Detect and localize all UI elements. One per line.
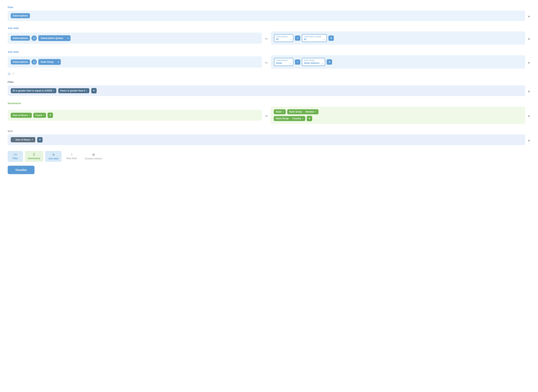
- summarize-group3-label: Node Geoip → Country: [276, 117, 301, 120]
- subscriptions-chip[interactable]: Subscriptions: [11, 13, 30, 18]
- join1-section-label: Join data: [8, 27, 530, 29]
- summarize-metric1-label: Sum of Hours: [13, 114, 28, 117]
- data-row-block: Subscriptions: [8, 10, 525, 21]
- summarize-metric2-label: Count: [35, 114, 42, 117]
- sort-chip-label: Sum of Hours: [15, 139, 31, 141]
- filter-chip2[interactable]: Hours is greater than 0 ×: [58, 88, 89, 93]
- join2-right-field-value: Node Address: [304, 62, 320, 65]
- toggle-small-icon[interactable]: ⊙: [8, 72, 10, 76]
- summarize-group3-chip[interactable]: Node Geoip → Country ×: [274, 116, 305, 121]
- join1-dropdown-btn[interactable]: ▾: [65, 35, 70, 41]
- join1-run-button[interactable]: ▶: [528, 37, 530, 40]
- join1-right-table-label: Subscription Quotas: [38, 35, 65, 41]
- join2-left-field-close[interactable]: ×: [290, 62, 291, 65]
- join1-toggle-icon[interactable]: ⊙: [32, 36, 37, 41]
- join1-equals: =: [295, 36, 300, 41]
- summarize-group2-chip[interactable]: Node Geoip → Moniker ×: [287, 109, 319, 114]
- filter-add-btn[interactable]: +: [91, 88, 97, 93]
- summarize-right-block: Node × Node Geoip → Moniker × Node Geoip…: [271, 107, 525, 124]
- summarize-metric2-chip[interactable]: Count ×: [33, 113, 46, 118]
- sort-row-block: ↓ Sum of Hours × +: [8, 135, 525, 145]
- summarize-group3-close[interactable]: ×: [302, 117, 303, 120]
- bottom-toolbar: ≡≡ Filter Σ Summarize ⊙ Join data ≡ Row …: [8, 151, 530, 162]
- join1-left-field-close[interactable]: ×: [290, 38, 291, 41]
- summarize-group1-close[interactable]: ×: [283, 111, 283, 113]
- summarize-group2-close[interactable]: ×: [315, 111, 316, 113]
- join1-right-field-chip[interactable]: Subscription Quotas ID ×: [302, 34, 327, 42]
- filter-chip1-close[interactable]: ×: [53, 89, 54, 92]
- summarize-section-label: Summarize: [8, 102, 530, 105]
- toolbar-joindata-btn[interactable]: ⊙ Join data: [45, 151, 61, 162]
- summarize-run-button[interactable]: ▶: [528, 114, 530, 117]
- visualize-button[interactable]: Visualize: [8, 166, 34, 174]
- join2-left-field-value: Node: [276, 62, 282, 65]
- customcolumn-toolbar-icon: ⊞: [92, 153, 95, 157]
- summarize-left-block: Sum of Hours × Count × +: [8, 110, 262, 121]
- filter-row-block: ID is greater than or equal to 210325 × …: [8, 85, 525, 96]
- join2-right-table-chip[interactable]: Node Geoip ▾: [38, 59, 61, 65]
- toolbar-summarize-label: Summarize: [28, 157, 40, 160]
- join2-run-button[interactable]: ▶: [528, 61, 530, 64]
- settings-icon[interactable]: ⠿: [12, 72, 14, 76]
- toolbar-customcolumn-btn[interactable]: ⊞ Custom column: [82, 151, 105, 162]
- filter-chip2-label: Hours is greater than 0: [60, 89, 85, 92]
- join2-right-field-table: Node Geoip: [304, 59, 320, 61]
- data-run-button[interactable]: ▶: [528, 15, 530, 18]
- summarize-add-metric-btn[interactable]: +: [47, 112, 53, 118]
- join1-right-field-close[interactable]: ×: [324, 38, 325, 41]
- sort-chip-close[interactable]: ×: [32, 139, 33, 141]
- sort-section-label: Sort: [8, 130, 530, 132]
- join1-right-table-chip[interactable]: Subscription Quotas ▾: [38, 35, 70, 41]
- join2-right-table-label: Node Geoip: [38, 59, 56, 65]
- summarize-metric2-close[interactable]: ×: [43, 114, 44, 117]
- toolbar-summarize-btn[interactable]: Σ Summarize: [25, 151, 43, 162]
- toolbar-filter-btn[interactable]: ≡≡ Filter: [8, 151, 23, 162]
- toolbar-joindata-label: Join data: [48, 157, 59, 160]
- join2-left-field-chip[interactable]: Subscriptions Node ×: [274, 58, 293, 66]
- toolbar-customcolumn-label: Custom column: [85, 157, 102, 160]
- join2-add-condition-btn[interactable]: +: [327, 59, 332, 65]
- join2-left-block: Subscriptions ⊙ Node Geoip ▾: [8, 56, 262, 67]
- join2-section-label: Join data: [8, 51, 530, 53]
- join2-dropdown-btn[interactable]: ▾: [56, 59, 61, 65]
- summarize-group2-label: Node Geoip → Moniker: [289, 111, 315, 113]
- join1-on-label: on: [265, 37, 268, 40]
- summarize-by-label: by: [265, 114, 268, 117]
- summarize-group1-chip[interactable]: Node ×: [274, 109, 286, 114]
- join1-left-block: Subscriptions ⊙ Subscription Quotas ▾: [8, 33, 262, 44]
- sort-run-button[interactable]: ▶: [528, 139, 530, 142]
- join1-right-block: Subscriptions ID × = Subscription Quotas…: [271, 32, 525, 45]
- rowlimit-toolbar-icon: ≡: [71, 153, 73, 156]
- summarize-toolbar-icon: Σ: [33, 153, 35, 156]
- toolbar-rowlimit-label: Row limit: [66, 157, 77, 160]
- filter-chip2-close[interactable]: ×: [86, 89, 87, 92]
- toolbar-rowlimit-btn[interactable]: ≡ Row limit: [64, 151, 80, 162]
- summarize-metric1-chip[interactable]: Sum of Hours ×: [11, 113, 32, 118]
- join1-subscriptions-chip[interactable]: Subscriptions: [11, 36, 30, 41]
- summarize-add-group-btn[interactable]: +: [307, 116, 312, 121]
- sort-chip[interactable]: ↓ Sum of Hours ×: [11, 137, 35, 142]
- summarize-metric1-close[interactable]: ×: [29, 114, 30, 117]
- sort-arrow-icon: ↓: [13, 138, 14, 141]
- summarize-group1-label: Node: [276, 111, 282, 113]
- join2-right-field-close[interactable]: ×: [322, 62, 323, 65]
- filter-chip1[interactable]: ID is greater than or equal to 210325 ×: [11, 88, 56, 93]
- join2-equals: =: [295, 60, 300, 65]
- sort-add-btn[interactable]: +: [37, 137, 42, 143]
- join1-right-field-table: Subscription Quotas: [304, 36, 321, 37]
- join1-add-condition-btn[interactable]: +: [329, 36, 334, 41]
- filter-toolbar-icon: ≡≡: [14, 153, 17, 156]
- join1-right-field-value: ID: [304, 38, 306, 41]
- join2-subscriptions-chip[interactable]: Subscriptions: [11, 60, 30, 65]
- join2-left-field-table: Subscriptions: [276, 59, 288, 61]
- join2-toggle-icon[interactable]: ⊙: [32, 59, 37, 65]
- joindata-toolbar-icon: ⊙: [52, 153, 55, 157]
- toolbar-filter-label: Filter: [13, 157, 18, 160]
- join1-left-field-value: ID: [276, 38, 278, 41]
- filter-chip1-label: ID is greater than or equal to 210325: [13, 89, 52, 92]
- join2-right-field-chip[interactable]: Node Geoip Node Address ×: [302, 58, 325, 66]
- join1-left-field-table: Subscriptions: [276, 36, 288, 37]
- filter-run-button[interactable]: ▶: [528, 90, 530, 93]
- data-section-label: Data: [8, 6, 530, 9]
- join1-left-field-chip[interactable]: Subscriptions ID ×: [274, 34, 293, 42]
